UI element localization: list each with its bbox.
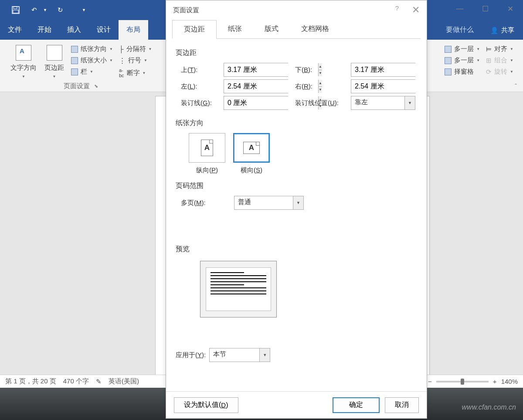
breaks-button[interactable]: ├分隔符▼ [117, 44, 154, 54]
label-portrait: 纵向(P) [196, 166, 218, 174]
svg-rect-2 [13, 10, 18, 13]
spin-left[interactable]: ▲▼ [224, 79, 288, 93]
dtab-layout[interactable]: 版式 [253, 20, 290, 39]
dialog-tabs: 页边距 纸张 版式 文档网格 [172, 20, 421, 39]
qat-customize-icon[interactable]: ▼ [82, 8, 86, 12]
label-gutter: 装订线(G): [181, 99, 220, 107]
dtab-margins[interactable]: 页边距 [172, 20, 217, 39]
label-gutter-pos: 装订线位置(U): [295, 99, 347, 107]
share-icon: 👤 [490, 27, 499, 34]
label-bottom: 下(B): [295, 66, 347, 74]
share-button[interactable]: 👤共享 [482, 21, 523, 40]
set-default-button[interactable]: 设为默认值(D) [174, 397, 238, 413]
cancel-button[interactable]: 取消 [385, 397, 419, 413]
save-icon[interactable] [11, 5, 20, 15]
align-icon: ⊨ [486, 45, 492, 53]
label-top: 上(T): [181, 66, 220, 74]
chevron-down-icon[interactable]: ▼ [259, 348, 270, 362]
zoom-out-button[interactable]: − [428, 378, 432, 385]
redo-icon[interactable]: ↻ [56, 5, 65, 15]
columns-button[interactable]: 栏▼ [69, 67, 115, 77]
status-words[interactable]: 470 个字 [63, 377, 89, 386]
orientation-button[interactable]: 纸张方向▼ [69, 44, 115, 54]
section-pages: 页码范围 [176, 181, 417, 191]
label-landscape: 横向(S) [241, 166, 262, 174]
ok-button[interactable]: 确定 [333, 397, 380, 413]
zoom-in-button[interactable]: + [493, 378, 497, 385]
undo-dropdown-icon[interactable]: ▼ [43, 8, 47, 12]
tab-home[interactable]: 开始 [30, 20, 59, 40]
hyphenation-icon: a-bc [119, 68, 124, 78]
page-setup-dialog: 页面设置 ? ✕ 页边距 纸张 版式 文档网格 页边距 上(T): ▲▼ 下(B… [166, 0, 427, 419]
chevron-down-icon[interactable]: ▼ [293, 196, 303, 209]
group-button[interactable]: ⊞组合▼ [484, 55, 515, 65]
status-language[interactable]: 英语(美国) [109, 377, 139, 386]
combo-apply-to[interactable]: 本节▼ [209, 348, 270, 362]
spin-right[interactable]: ▲▼ [351, 79, 415, 93]
spin-gutter[interactable]: ▲▼ [224, 96, 288, 110]
spin-top[interactable]: ▲▼ [224, 63, 288, 77]
line-numbers-button[interactable]: ⋮行号▼ [117, 55, 154, 65]
text-direction-button[interactable]: A文字方向▼ [8, 43, 39, 80]
status-page[interactable]: 第 1 页，共 20 页 [5, 377, 56, 386]
dialog-title: 页面设置 [173, 6, 199, 14]
label-right: 右(R): [295, 82, 347, 91]
watermark: www.cfan.com.cn [462, 403, 516, 411]
tab-file[interactable]: 文件 [0, 20, 30, 40]
preview-page-icon [206, 267, 271, 311]
collapse-ribbon-icon[interactable]: ˆ [515, 83, 517, 90]
bring-forward-button[interactable]: 多一层▼ [443, 55, 482, 65]
tell-me[interactable]: 要做什么 [438, 20, 482, 40]
forward-icon [445, 57, 452, 64]
line-numbers-icon: ⋮ [119, 57, 126, 65]
size-button[interactable]: 纸张大小▼ [69, 55, 115, 65]
zoom-level[interactable]: 140% [501, 378, 518, 385]
margins-icon [47, 45, 62, 61]
margins-button[interactable]: 页边距▼ [42, 43, 67, 80]
text-direction-icon: A [16, 45, 31, 61]
section-orientation: 纸张方向 [176, 119, 417, 128]
orientation-portrait[interactable]: A [189, 133, 225, 163]
undo-icon[interactable]: ↶ [29, 5, 39, 15]
pagesetup-launcher-icon[interactable]: ⬊ [94, 83, 98, 89]
combo-gutter-value: 靠左 [351, 96, 404, 109]
zoom-slider[interactable] [436, 381, 489, 382]
label-left: 左(L): [181, 82, 220, 91]
proofing-icon[interactable]: ✎ [96, 378, 102, 386]
send-backward-button[interactable]: 多一层▼ [443, 44, 482, 54]
orientation-icon [71, 46, 78, 53]
columns-icon [71, 68, 78, 75]
selection-pane-button[interactable]: 择窗格 [443, 67, 482, 77]
label-apply-to: 应用于(Y): [176, 351, 206, 359]
combo-multipage-value: 普通 [234, 196, 293, 209]
section-margins: 页边距 [176, 48, 417, 58]
win-max[interactable]: ☐ [472, 0, 498, 17]
spin-bottom[interactable]: ▲▼ [351, 63, 415, 77]
tab-insert[interactable]: 插入 [59, 20, 89, 40]
pane-icon [445, 68, 452, 75]
win-close[interactable]: ✕ [498, 0, 523, 17]
rotate-icon: ⟳ [486, 68, 492, 76]
win-min[interactable]: — [447, 0, 472, 17]
input-right[interactable] [351, 80, 427, 93]
dialog-help-button[interactable]: ? [395, 4, 399, 16]
chevron-down-icon[interactable]: ▼ [404, 96, 415, 109]
align-button[interactable]: ⊨对齐▼ [484, 44, 515, 54]
dtab-paper[interactable]: 纸张 [217, 20, 253, 39]
rotate-button[interactable]: ⟳旋转▼ [484, 67, 515, 77]
dialog-close-button[interactable]: ✕ [412, 4, 420, 16]
breaks-icon: ├ [119, 45, 124, 53]
combo-gutter-pos[interactable]: 靠左▼ [351, 96, 415, 110]
hyphenation-button[interactable]: a-bc断字▼ [117, 67, 154, 79]
backward-icon [445, 46, 452, 53]
tab-design[interactable]: 设计 [89, 20, 119, 40]
orientation-landscape[interactable]: A [233, 133, 270, 163]
combo-multipage[interactable]: 普通▼ [234, 196, 304, 210]
combo-apply-value: 本节 [210, 348, 259, 362]
tab-layout[interactable]: 布局 [119, 20, 148, 40]
dtab-grid[interactable]: 文档网格 [290, 20, 340, 39]
preview-box [200, 261, 277, 318]
group-label-pagesetup: 页面设置 [64, 82, 90, 90]
input-bottom[interactable] [351, 63, 427, 76]
size-icon [71, 57, 78, 64]
